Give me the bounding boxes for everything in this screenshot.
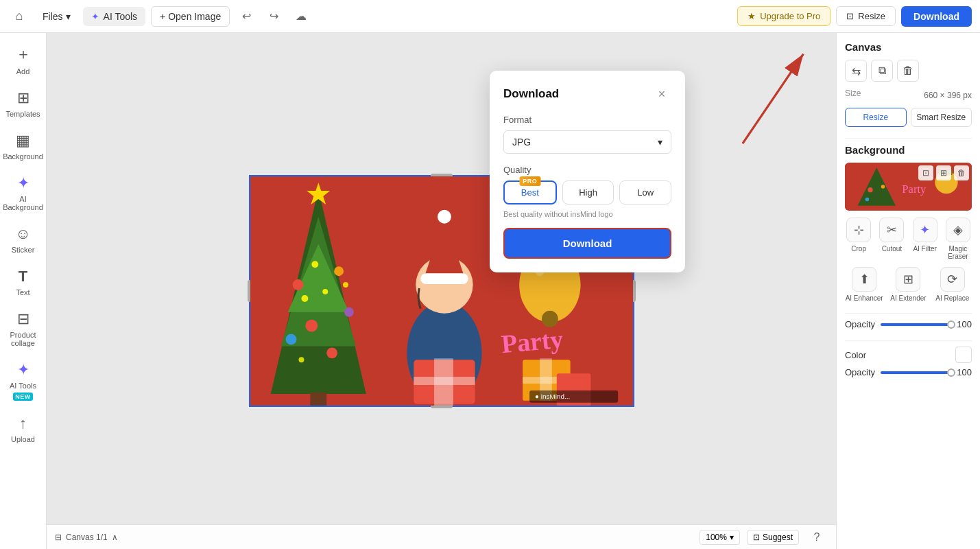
ai-extender-icon: ⊞	[896, 267, 920, 292]
cloud-button[interactable]: ☁	[290, 5, 312, 27]
color-label: Color	[845, 350, 866, 360]
home-button[interactable]: ⌂	[8, 5, 30, 27]
bg-resize-button[interactable]: ⊞	[936, 165, 951, 180]
opacity-slider[interactable]	[881, 323, 951, 326]
tool-ai-extender[interactable]: ⊞ AI Extender	[889, 267, 927, 302]
resize-button[interactable]: ⊡ Resize	[836, 6, 896, 26]
upgrade-button[interactable]: ★ Upgrade to Pro	[737, 6, 830, 26]
quality-low-label: Low	[637, 187, 654, 198]
ai-tools-icon: ✦	[91, 11, 99, 22]
sidebar-item-sticker[interactable]: ☺ Sticker	[4, 220, 43, 259]
sidebar-item-text[interactable]: T Text	[4, 262, 43, 302]
templates-icon: ⊞	[17, 89, 29, 107]
magic-eraser-icon: ◈	[946, 218, 970, 242]
color-row: Color	[845, 347, 972, 363]
ai-background-icon: ✦	[17, 174, 29, 192]
tool-cutout-label: Cutout	[882, 245, 902, 253]
text-icon: T	[19, 268, 27, 285]
opacity-track	[881, 323, 951, 326]
files-button[interactable]: Files ▾	[36, 7, 77, 26]
background-panel-title: Background	[845, 144, 972, 156]
tool-magic-eraser[interactable]: ◈ Magic Eraser	[944, 218, 972, 260]
tool-crop[interactable]: ⊹ Crop	[845, 218, 872, 260]
modal-close-button[interactable]: ×	[652, 84, 671, 104]
resize-option-button[interactable]: Resize	[845, 108, 907, 127]
download-topbar-button[interactable]: Download	[901, 6, 972, 27]
add-icon: ＋	[16, 44, 31, 65]
smart-resize-option-button[interactable]: Smart Resize	[911, 108, 972, 127]
main-content: ＋ Add ⊞ Templates ▦ Background ✦ AI Back…	[0, 33, 980, 549]
canvas-actions: ⇆ ⧉ 🗑	[845, 60, 972, 82]
color-opacity-slider[interactable]	[881, 371, 951, 374]
tool-magic-eraser-label: Magic Eraser	[944, 245, 972, 260]
open-image-label: + Open Image	[160, 11, 221, 22]
color-swatch[interactable]	[955, 347, 972, 363]
open-image-button[interactable]: + Open Image	[151, 6, 230, 27]
quality-high-button[interactable]: High	[562, 180, 614, 205]
redo-button[interactable]: ↪	[263, 5, 285, 27]
opacity-thumb[interactable]	[947, 320, 955, 329]
bg-delete-button[interactable]: 🗑	[954, 165, 969, 180]
ai-replace-icon: ⟳	[940, 267, 965, 292]
resize-row: Resize Smart Resize	[845, 108, 972, 127]
format-value: JPG	[512, 137, 531, 148]
tool-cutout[interactable]: ✂ Cutout	[878, 218, 905, 260]
quality-low-button[interactable]: Low	[619, 180, 671, 205]
flip-button[interactable]: ⇆	[845, 60, 867, 82]
canvas-area[interactable]: Party ● insMind... ⊟ Canvas 1/1 ∧ 100% ▾	[47, 33, 836, 549]
ai-filter-icon: ✦	[913, 218, 937, 242]
sticker-icon: ☺	[15, 225, 30, 243]
tool-ai-enhancer[interactable]: ⬆ AI Enhancer	[845, 267, 883, 302]
size-value: 660 × 396 px	[924, 91, 972, 100]
background-thumbnail[interactable]: Party ⊡ ⊞ 🗑	[845, 163, 972, 211]
sidebar-item-ai-tools[interactable]: ✦ AI Tools NEW	[4, 355, 43, 406]
quality-best-button[interactable]: PRO Best	[503, 180, 557, 205]
ai-tools-topbar-button[interactable]: ✦ AI Tools	[83, 7, 146, 26]
format-select[interactable]: JPG ▾	[503, 130, 671, 154]
sidebar-item-templates[interactable]: ⊞ Templates	[4, 84, 43, 124]
tool-ai-replace[interactable]: ⟳ AI Replace	[933, 267, 972, 302]
delete-button[interactable]: 🗑	[897, 60, 919, 82]
size-label: Size	[845, 89, 861, 98]
modal-download-button[interactable]: Download	[503, 228, 671, 259]
modal-title: Download	[503, 87, 559, 101]
tool-ai-filter[interactable]: ✦ AI Filter	[911, 218, 939, 260]
chevron-down-icon: ▾	[66, 11, 71, 22]
color-opacity-fill	[881, 371, 951, 374]
divider-3	[845, 340, 972, 341]
color-opacity-label: Opacity	[845, 367, 875, 377]
opacity-fill	[881, 323, 951, 326]
svg-line-43	[743, 54, 804, 143]
opacity-value: 100	[957, 319, 972, 329]
sidebar-label-ai-background: AI Background	[3, 195, 43, 211]
bg-expand-button[interactable]: ⊡	[918, 165, 933, 180]
tool-ai-extender-label: AI Extender	[890, 294, 926, 302]
background-panel: Background Party ⊡ ⊞ 🗑	[845, 144, 972, 302]
sidebar-item-upload[interactable]: ↑ Upload	[4, 409, 43, 449]
bg-thumb-overlay: ⊡ ⊞ 🗑	[918, 165, 969, 180]
quality-label: Quality	[503, 165, 671, 175]
flip-icon: ⇆	[852, 65, 861, 78]
color-opacity-thumb[interactable]	[947, 369, 955, 377]
sidebar-item-background[interactable]: ▦ Background	[4, 126, 43, 166]
trash-icon: 🗑	[903, 65, 913, 77]
pro-badge: PRO	[519, 176, 540, 186]
sidebar-item-product-collage[interactable]: ⊟ Product collage	[4, 305, 43, 353]
left-sidebar: ＋ Add ⊞ Templates ▦ Background ✦ AI Back…	[0, 33, 47, 549]
opacity-row: Opacity 100	[845, 319, 972, 329]
arrow-overlay	[47, 33, 836, 475]
undo-button[interactable]: ↩	[235, 5, 257, 27]
quality-best-label: Best	[521, 187, 539, 198]
resize-icon: ⊡	[846, 11, 854, 21]
sidebar-label-upload: Upload	[11, 435, 35, 443]
divider-2	[845, 313, 972, 314]
sidebar-item-ai-background[interactable]: ✦ AI Background	[4, 169, 43, 217]
format-label: Format	[503, 115, 671, 125]
duplicate-button[interactable]: ⧉	[871, 60, 893, 82]
color-opacity-row: Opacity 100	[845, 367, 972, 377]
upgrade-label: Upgrade to Pro	[760, 11, 820, 21]
tool-ai-enhancer-label: AI Enhancer	[846, 294, 883, 302]
upload-icon: ↑	[19, 414, 27, 432]
sidebar-item-add[interactable]: ＋ Add	[4, 38, 43, 81]
resize-label: Resize	[858, 11, 885, 21]
